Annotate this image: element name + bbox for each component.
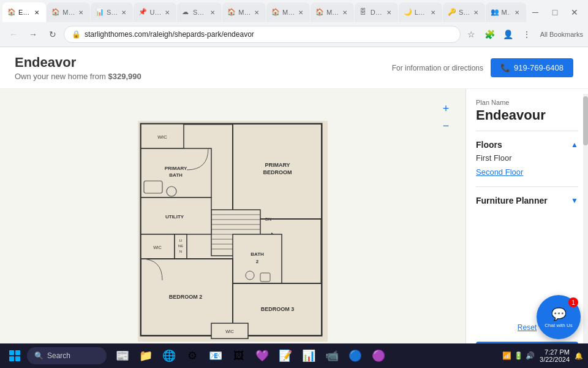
tab-close-icon[interactable]: ✕ — [77, 8, 85, 17]
tab-myap4[interactable]: 🏠 My Ap… ✕ — [311, 2, 354, 22]
clock[interactable]: 7:27 PM 3/22/2024 — [540, 348, 570, 363]
floor-plan-container: PRIMARY BEDROOM WIC PRIMARY BATH — [0, 89, 466, 368]
second-floor-item[interactable]: Second Floor — [476, 165, 578, 179]
floors-section-header[interactable]: Floors ▲ — [476, 139, 578, 151]
browser-chrome: 🏠 Endev… ✕ 🏠 My Ap… ✕ 📊 STR -… ✕ 📌 Usefu… — [0, 0, 588, 47]
taskbar-app-photos[interactable]: 🖼 — [228, 345, 250, 367]
page-subtitle: Own your new home from $329,990 — [15, 72, 141, 81]
tab-close-icon[interactable]: ✕ — [252, 8, 261, 17]
scrollbar-thumb — [583, 96, 588, 145]
floors-section: Floors ▲ First Floor Second Floor — [476, 131, 578, 179]
svg-text:2: 2 — [256, 259, 259, 264]
furniture-section-header[interactable]: Furniture Planner ▼ — [476, 194, 578, 207]
url-text: starlighthomes.com/raleigh/shepards-park… — [85, 30, 453, 39]
close-button[interactable]: ✕ — [566, 4, 583, 21]
phone-button[interactable]: 📞 919-769-6408 — [491, 58, 573, 77]
svg-text:DN: DN — [265, 217, 271, 221]
taskbar-search[interactable]: 🔍 Search — [27, 347, 107, 364]
tab-endeavor[interactable]: 🏠 Endev… ✕ — [2, 2, 46, 22]
svg-text:BEDROOM 3: BEDROOM 3 — [261, 306, 295, 312]
account-button[interactable]: 👤 — [500, 26, 517, 43]
extensions-button[interactable]: 🧩 — [481, 26, 499, 43]
tab-close-icon[interactable]: ✕ — [296, 8, 305, 17]
taskbar-right: 📶 🔋 🔊 7:27 PM 3/22/2024 🔔 — [502, 348, 583, 363]
tab-close-icon[interactable]: ✕ — [163, 8, 172, 17]
bookmark-button[interactable]: ☆ — [463, 26, 480, 43]
taskbar-app-chrome[interactable]: 🔵 — [344, 345, 366, 367]
start-button[interactable] — [5, 346, 24, 366]
zoom-out-button[interactable]: − — [439, 118, 453, 133]
tab-db[interactable]: 🗄 DB: Vi… ✕ — [355, 2, 398, 22]
menu-button[interactable]: ⋮ — [518, 26, 535, 43]
svg-text:BEDROOM 2: BEDROOM 2 — [169, 294, 203, 300]
taskbar-app-settings[interactable]: ⚙ — [181, 345, 203, 367]
first-floor-item[interactable]: First Floor — [476, 151, 578, 165]
tab-myap3[interactable]: 🏠 My Ap… ✕ — [266, 2, 310, 22]
chat-widget[interactable]: 1 💬 Chat with Us — [537, 295, 581, 339]
taskbar-app-excel[interactable]: 📊 — [298, 345, 320, 367]
taskbar-app-misc[interactable]: 🟣 — [368, 345, 390, 367]
tab-favicon: 🏠 — [7, 8, 16, 17]
taskbar-app-edge[interactable]: 🌐 — [158, 345, 180, 367]
tab-luna[interactable]: 🌙 Luna -… ✕ — [399, 2, 442, 22]
date-display: 3/22/2024 — [540, 356, 570, 363]
tab-close-icon[interactable]: ✕ — [341, 8, 349, 17]
tab-close-icon[interactable]: ✕ — [32, 8, 41, 17]
taskbar-app-widgets[interactable]: 📰 — [111, 345, 134, 367]
svg-text:N: N — [179, 250, 182, 253]
tab-close-icon[interactable]: ✕ — [119, 8, 128, 17]
notification-icon[interactable]: 🔔 — [575, 352, 583, 360]
tab-close-icon[interactable]: ✕ — [472, 8, 480, 17]
taskbar-app-mail[interactable]: 📧 — [205, 345, 227, 367]
tab-myap1[interactable]: 🏠 My Ap… ✕ — [47, 2, 90, 22]
taskbar: 🔍 Search 📰 📁 🌐 ⚙ 📧 🖼 💜 📝 📊 📹 🔵 🟣 📶 🔋 🔊 7… — [0, 343, 588, 368]
tab-useful[interactable]: 📌 Usefu… ✕ — [134, 2, 176, 22]
lock-icon: 🔒 — [72, 30, 81, 39]
all-bookmarks[interactable]: All Bookmarks — [540, 31, 583, 38]
chat-icon: 💬 — [551, 307, 567, 321]
furniture-section: Furniture Planner ▼ — [476, 186, 578, 207]
time-display: 7:27 PM — [540, 348, 570, 356]
maximize-button[interactable]: □ — [546, 4, 564, 21]
svg-text:UTILITY: UTILITY — [165, 214, 184, 220]
svg-text:BATH: BATH — [169, 172, 183, 178]
svg-text:NE: NE — [178, 244, 183, 248]
floors-title: Floors — [476, 140, 502, 150]
tab-bar: 🏠 Endev… ✕ 🏠 My Ap… ✕ 📊 STR -… ✕ 📌 Usefu… — [0, 0, 588, 22]
nav-bar: ← → ↻ 🔒 starlighthomes.com/raleigh/shepa… — [0, 22, 588, 47]
tab-close-icon[interactable]: ✕ — [513, 8, 521, 17]
furniture-title: Furniture Planner — [476, 196, 548, 205]
tab-sign[interactable]: 🔑 Sign i… ✕ — [443, 2, 485, 22]
taskbar-app-zoom[interactable]: 📹 — [321, 345, 343, 367]
tab-close-icon[interactable]: ✕ — [429, 8, 437, 17]
tab-sales[interactable]: ☁ SalesF… ✕ — [177, 2, 222, 22]
page-title: Endeavor — [15, 55, 141, 71]
nav-actions: ☆ 🧩 👤 ⋮ — [463, 26, 535, 43]
svg-text:BATH: BATH — [251, 251, 264, 257]
taskbar-apps: 📰 📁 🌐 ⚙ 📧 🖼 💜 📝 📊 📹 🔵 🟣 — [109, 345, 500, 367]
taskbar-app-teams[interactable]: 💜 — [251, 345, 273, 367]
system-icons: 📶 🔋 🔊 — [502, 351, 535, 360]
minimize-button[interactable]: ─ — [527, 4, 544, 21]
tab-close-icon[interactable]: ✕ — [385, 8, 393, 17]
tab-myap2[interactable]: 🏠 My Ap… ✕ — [222, 2, 266, 22]
tab-close-icon[interactable]: ✕ — [208, 8, 217, 17]
floor-plan-panel: + − PRIMARY BEDROOM WIC PRIMA — [0, 89, 466, 368]
forward-button[interactable]: → — [24, 26, 42, 43]
tab-mem[interactable]: 👥 Mem… ✕ — [486, 2, 526, 22]
tab-str[interactable]: 📊 STR -… ✕ — [91, 2, 133, 22]
back-button[interactable]: ← — [5, 26, 22, 43]
refresh-button[interactable]: ↻ — [44, 26, 61, 43]
header-right: For information or directions 📞 919-769-… — [392, 58, 573, 77]
scrollbar[interactable] — [583, 94, 588, 368]
zoom-in-button[interactable]: + — [439, 101, 453, 116]
taskbar-app-files[interactable]: 📁 — [135, 345, 157, 367]
svg-text:WIC: WIC — [157, 134, 167, 140]
furniture-chevron-icon: ▼ — [571, 196, 578, 205]
floor-plan-svg: PRIMARY BEDROOM WIC PRIMARY BATH — [138, 121, 328, 342]
taskbar-app-word[interactable]: 📝 — [274, 345, 296, 367]
floors-chevron-icon: ▲ — [571, 140, 578, 149]
address-bar[interactable]: 🔒 starlighthomes.com/raleigh/shepards-pa… — [64, 26, 461, 43]
svg-text:PRIMARY: PRIMARY — [265, 162, 290, 168]
tab-label: Endev… — [18, 9, 30, 16]
